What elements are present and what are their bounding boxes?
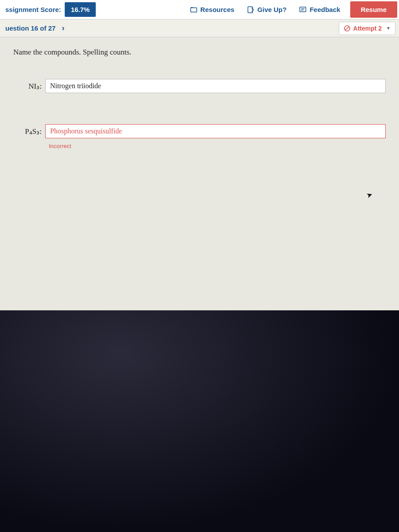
feedback-button[interactable]: Feedback: [293, 2, 346, 17]
compound-formula-1: NI₃:: [13, 82, 45, 91]
feedback-icon: [299, 6, 307, 14]
svg-rect-0: [191, 8, 197, 12]
prohibit-icon: [344, 25, 351, 32]
compound-block-1: NI₃:: [13, 79, 386, 93]
assignment-score-label: ssignment Score:: [2, 6, 65, 13]
compound-block-2: P₄S₃: Incorrect: [13, 124, 386, 149]
folder-icon: [190, 6, 198, 14]
attempt-dropdown[interactable]: Attempt 2 ▼: [339, 22, 395, 35]
chevron-down-icon: ▼: [386, 26, 391, 31]
question-bar: uestion 16 of 27 › Attempt 2 ▼: [0, 20, 399, 37]
exit-icon: [247, 6, 255, 14]
giveup-button[interactable]: Give Up?: [241, 2, 293, 17]
assignment-score-value: 16.7%: [65, 2, 96, 17]
compound-formula-2: P₄S₃:: [13, 127, 45, 136]
compound-row: NI₃:: [13, 79, 386, 93]
resources-label: Resources: [200, 6, 235, 13]
chevron-right-icon[interactable]: ›: [59, 23, 67, 33]
physical-keyboard-backdrop: [0, 310, 399, 532]
incorrect-label: Incorrect: [49, 143, 386, 149]
question-number-label: uestion 16 of 27: [2, 24, 59, 32]
compound-row: P₄S₃:: [13, 124, 386, 138]
resume-button[interactable]: Resume: [350, 1, 397, 18]
feedback-label: Feedback: [309, 6, 340, 13]
question-content: Name the compounds. Spelling counts. NI₃…: [0, 37, 399, 191]
attempt-label: Attempt 2: [353, 25, 382, 32]
question-prompt: Name the compounds. Spelling counts.: [13, 48, 386, 57]
svg-rect-4: [300, 7, 306, 12]
top-bar: ssignment Score: 16.7% Resources Give Up…: [0, 0, 399, 20]
resources-button[interactable]: Resources: [184, 2, 241, 17]
compound-input-1[interactable]: [45, 79, 386, 93]
mouse-cursor-icon: ➤: [365, 190, 374, 200]
app-screen: ssignment Score: 16.7% Resources Give Up…: [0, 0, 399, 310]
compound-input-2[interactable]: [45, 124, 386, 138]
giveup-label: Give Up?: [258, 6, 287, 13]
svg-line-8: [345, 27, 349, 30]
